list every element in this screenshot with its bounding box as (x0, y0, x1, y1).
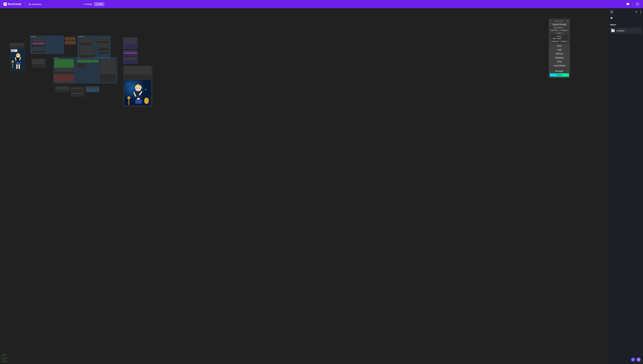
sidebar-item-comfyui[interactable]: ComfyUI (610, 28, 642, 34)
top-bar: R RunComfy My Machines + Change Stop J (0, 0, 643, 8)
node[interactable] (77, 64, 86, 68)
node[interactable] (70, 92, 84, 96)
clipspace-button[interactable]: Clipspace (550, 56, 569, 60)
node[interactable] (32, 49, 45, 53)
stop-button[interactable]: Stop (94, 2, 104, 6)
node[interactable] (54, 74, 74, 82)
svg-point-17 (127, 96, 130, 99)
fab-close[interactable] (636, 358, 641, 362)
gear-icon[interactable]: ⚙ (567, 20, 568, 22)
divider (25, 2, 25, 6)
node[interactable] (95, 38, 109, 44)
stats-fps: FPS:56.82 (2, 361, 8, 362)
queue-prompt-button[interactable]: Queue Prompt (550, 23, 569, 26)
svg-point-31 (148, 94, 148, 95)
svg-point-33 (635, 11, 637, 12)
svg-rect-18 (128, 99, 130, 105)
load-button[interactable]: Load (550, 48, 569, 52)
save-button[interactable]: Save (550, 44, 569, 48)
svg-rect-22 (137, 91, 140, 92)
group-label: IPAdapter (30, 36, 64, 38)
node[interactable] (10, 43, 24, 48)
node[interactable] (70, 87, 84, 92)
extra-options-toggle[interactable]: Extra options (550, 26, 569, 29)
node-preview-image-left[interactable]: KARET K MIRK CO (10, 48, 25, 71)
node[interactable] (32, 59, 46, 67)
nav-my-machines[interactable]: My Machines (28, 3, 42, 6)
node[interactable] (79, 38, 93, 46)
close-icon (638, 359, 640, 360)
node-preview-image-output: KVC (124, 80, 151, 106)
node[interactable] (100, 59, 116, 82)
search-icon[interactable] (635, 10, 638, 13)
sidebar-header-name[interactable]: Name ↑ (608, 22, 643, 27)
node[interactable] (55, 86, 69, 92)
svg-point-28 (145, 89, 146, 90)
history-load-button[interactable]: Load (552, 38, 556, 39)
stats-v: V: 37 (2, 359, 8, 361)
node[interactable] (98, 52, 110, 54)
node[interactable] (65, 41, 76, 44)
history-title: History (550, 35, 568, 38)
checkbox-icon[interactable] (563, 27, 564, 28)
node[interactable] (98, 44, 110, 51)
change-button[interactable]: + Change (83, 3, 92, 5)
node[interactable] (54, 59, 74, 68)
svg-line-34 (637, 12, 637, 13)
share-button[interactable]: Share (550, 73, 569, 77)
menu-icon[interactable] (610, 11, 613, 13)
svg-point-30 (130, 87, 130, 88)
svg-point-37 (640, 13, 641, 13)
canvas-area[interactable]: IPAdapter AnimateDiff Prompt KARET K MIR… (0, 8, 608, 364)
svg-rect-12 (18, 64, 20, 69)
refresh-history-button[interactable]: Refresh (560, 40, 568, 42)
load-default-button[interactable]: Load Default (550, 64, 569, 67)
node[interactable] (65, 37, 76, 40)
wires-overlay (0, 8, 44, 30)
node[interactable] (123, 57, 138, 64)
anime-illustration: KARET K MIRK CO (10, 48, 24, 70)
view-queue-button[interactable]: View Queue (560, 29, 569, 31)
history-index: 0: (551, 38, 552, 39)
svg-rect-11 (16, 64, 18, 69)
node[interactable] (54, 68, 74, 74)
queue-front-button[interactable]: Queue Front (550, 29, 559, 31)
svg-point-7 (17, 55, 18, 56)
clear-history-button[interactable]: Clear History (550, 40, 559, 42)
refresh-button[interactable]: Refresh (550, 52, 569, 56)
clear-button[interactable]: Clear (550, 60, 569, 64)
svg-point-21 (139, 88, 140, 89)
file-sidebar: Name ↑ ComfyUI (608, 8, 643, 364)
brand: R RunComfy (4, 2, 21, 6)
node[interactable] (123, 50, 138, 56)
svg-point-32 (133, 100, 134, 101)
history-delete-button[interactable]: Delete (557, 38, 562, 39)
fab-refresh[interactable] (631, 358, 635, 362)
more-icon[interactable] (640, 10, 641, 13)
user-avatar[interactable]: J (635, 2, 640, 6)
close-button[interactable]: Close (554, 32, 564, 34)
manager-button[interactable]: Manager (550, 69, 569, 73)
stop-icon (96, 4, 97, 5)
sidebar-item-label: ComfyUI (616, 30, 624, 32)
stats-i: I: 0 (2, 356, 8, 358)
anime-illustration: KVC (124, 80, 151, 106)
node[interactable] (86, 86, 99, 92)
node[interactable] (79, 46, 95, 58)
node[interactable] (32, 38, 46, 47)
svg-text:MIRK CO: MIRK CO (11, 51, 15, 52)
history-box: History 0: Load Delete Clear History Ref… (550, 34, 569, 44)
svg-point-29 (144, 98, 149, 104)
node[interactable] (123, 37, 138, 49)
control-panel[interactable]: ⠿ Queue size: 0 ⚙ Queue Prompt Extra opt… (548, 18, 570, 78)
home-icon[interactable] (610, 16, 613, 19)
arrow-up-icon: ↑ (617, 24, 618, 26)
svg-rect-5 (12, 62, 13, 68)
extra-options-label: Extra options (554, 27, 562, 28)
stats-n: N: 17 [17] (2, 358, 8, 359)
discord-icon[interactable] (626, 2, 629, 6)
node[interactable] (77, 60, 99, 63)
stats-overlay: T: 0.00s I: 0 N: 17 [17] V: 37 FPS:56.82 (2, 354, 8, 362)
node-output[interactable]: KVC (123, 66, 152, 107)
drag-handle-icon[interactable]: ⠿ (550, 20, 551, 22)
